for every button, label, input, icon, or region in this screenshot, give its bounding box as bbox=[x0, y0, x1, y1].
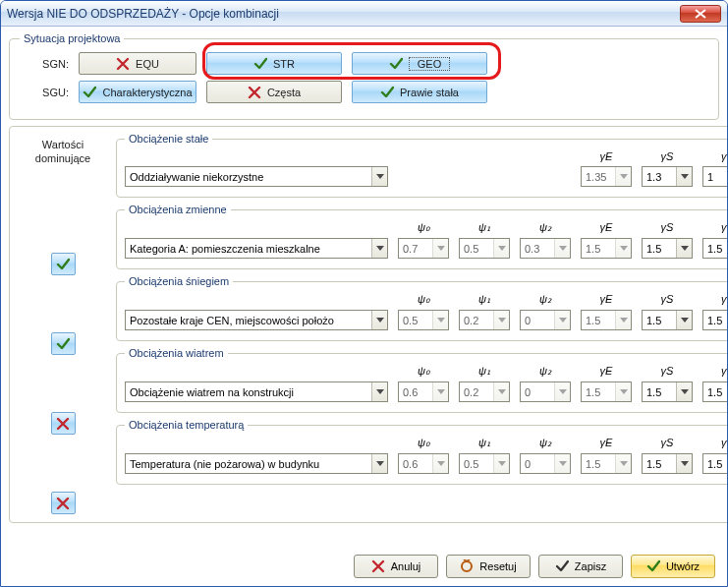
design-situation-legend: Sytuacja projektowa bbox=[20, 32, 124, 44]
sgn-str-button[interactable]: STR bbox=[206, 52, 342, 75]
chevron-down-icon bbox=[493, 382, 509, 401]
wiatr-psi0[interactable]: 0.6 bbox=[398, 382, 449, 402]
dominant-toggle-wiatr[interactable] bbox=[51, 412, 76, 435]
check-icon bbox=[380, 86, 394, 99]
sgu-czesta-button[interactable]: Częsta bbox=[206, 81, 342, 103]
header-psi1: ψ₁ bbox=[459, 365, 510, 378]
chevron-down-icon bbox=[676, 382, 692, 401]
dominant-toggle-temp[interactable] bbox=[51, 492, 76, 514]
snieg-psi2[interactable]: 0 bbox=[520, 310, 571, 330]
check-icon bbox=[83, 86, 96, 99]
sgn-geo-button[interactable]: GEO bbox=[352, 52, 487, 75]
temp-gG[interactable]: 1.5 bbox=[702, 453, 728, 474]
header-psi1: ψ₁ bbox=[459, 221, 510, 234]
wiatr-gE[interactable]: 1.5 bbox=[581, 382, 632, 402]
zmienne-gS[interactable]: 1.5 bbox=[642, 238, 693, 259]
reset-label: Resetuj bbox=[479, 560, 516, 572]
save-button[interactable]: Zapisz bbox=[538, 555, 623, 578]
snieg-combo-value: Pozostałe kraje CEN, miejscowości położo bbox=[130, 315, 334, 326]
wiatr-combo-value: Obciążenie wiatrem na konstrukcji bbox=[130, 386, 294, 398]
temp-psi0[interactable]: 0.6 bbox=[398, 453, 449, 474]
header-psi1: ψ₁ bbox=[459, 293, 510, 306]
wiatr-gS[interactable]: 1.5 bbox=[642, 382, 693, 402]
snieg-gS[interactable]: 1.5 bbox=[642, 310, 693, 330]
dominant-label-1: Wartości bbox=[42, 139, 84, 150]
chevron-down-icon bbox=[615, 454, 631, 473]
zmienne-psi1[interactable]: 0.5 bbox=[459, 238, 510, 259]
chevron-down-icon bbox=[371, 311, 387, 329]
chevron-down-icon bbox=[371, 382, 387, 401]
temp-gS[interactable]: 1.5 bbox=[642, 453, 693, 474]
header-gG: γG bbox=[702, 437, 728, 449]
dominant-toggle-snieg[interactable] bbox=[51, 332, 76, 355]
header-gE: γE bbox=[581, 293, 632, 306]
sgu-char-label: Charakterystyczna bbox=[102, 87, 192, 98]
dialog-window: Wersja NIE DO ODSPRZEDAŻY - Opcje kombin… bbox=[0, 0, 728, 587]
zmienne-gE[interactable]: 1.5 bbox=[581, 238, 632, 259]
snieg-psi1[interactable]: 0.2 bbox=[459, 310, 510, 330]
header-gG: γG bbox=[702, 221, 728, 234]
chevron-down-icon bbox=[615, 239, 631, 258]
snieg-gE[interactable]: 1.5 bbox=[581, 310, 632, 330]
header-psi1: ψ₁ bbox=[459, 437, 510, 449]
header-gS: γS bbox=[642, 365, 693, 378]
sgu-prawie-button[interactable]: Prawie stała bbox=[352, 81, 487, 103]
cross-icon bbox=[116, 57, 130, 71]
create-button[interactable]: Utwórz bbox=[631, 555, 715, 578]
check-icon bbox=[646, 559, 660, 573]
header-psi0: ψ₀ bbox=[398, 293, 449, 306]
chevron-down-icon bbox=[493, 311, 509, 329]
stale-gE[interactable]: 1.35 bbox=[581, 166, 632, 187]
stale-gS[interactable]: 1.3 bbox=[642, 166, 693, 187]
header-gE: γE bbox=[581, 437, 632, 449]
temp-psi1[interactable]: 0.5 bbox=[459, 453, 510, 474]
header-gG: γG bbox=[702, 365, 728, 378]
zmienne-psi0[interactable]: 0.7 bbox=[398, 238, 449, 259]
group-zmienne-legend: Obciążenia zmienne bbox=[125, 204, 231, 215]
sgn-geo-label: GEO bbox=[409, 57, 450, 71]
sgn-str-label: STR bbox=[273, 58, 295, 70]
header-psi2: ψ₂ bbox=[520, 221, 571, 234]
stale-combo[interactable]: Oddziaływanie niekorzystne bbox=[125, 166, 388, 187]
snieg-psi0[interactable]: 0.5 bbox=[398, 310, 449, 330]
wiatr-combo[interactable]: Obciążenie wiatrem na konstrukcji bbox=[125, 382, 388, 402]
wiatr-psi2[interactable]: 0 bbox=[520, 382, 571, 402]
chevron-down-icon bbox=[615, 311, 631, 329]
chevron-down-icon bbox=[676, 239, 692, 258]
zmienne-combo-value: Kategoria A: pomieszczenia mieszkalne bbox=[130, 243, 320, 255]
reset-button[interactable]: Resetuj bbox=[446, 555, 531, 578]
cancel-button[interactable]: Anuluj bbox=[354, 555, 438, 578]
wiatr-gG[interactable]: 1.5 bbox=[702, 382, 728, 402]
sgu-label: SGU: bbox=[20, 87, 69, 98]
temp-gE[interactable]: 1.5 bbox=[581, 453, 632, 474]
zmienne-psi2[interactable]: 0.3 bbox=[520, 238, 571, 259]
cancel-label: Anuluj bbox=[391, 560, 421, 572]
header-psi2: ψ₂ bbox=[520, 437, 571, 449]
dominant-toggle-zmienne[interactable] bbox=[51, 253, 76, 275]
header-psi0: ψ₀ bbox=[398, 437, 449, 449]
snieg-gG[interactable]: 1.5 bbox=[702, 310, 728, 330]
zmienne-gG[interactable]: 1.5 bbox=[702, 238, 728, 259]
close-button[interactable] bbox=[680, 5, 721, 23]
close-icon bbox=[695, 9, 706, 19]
header-gS: γS bbox=[642, 150, 693, 162]
loads-group: Wartości dominujące Obciążenie stałe γE bbox=[9, 126, 728, 523]
chevron-down-icon bbox=[371, 454, 387, 473]
header-psi2: ψ₂ bbox=[520, 365, 571, 378]
sgu-czesta-label: Częsta bbox=[267, 87, 301, 98]
group-stale-legend: Obciążenie stałe bbox=[125, 133, 212, 145]
sgn-equ-button[interactable]: EQU bbox=[79, 52, 196, 75]
header-psi2: ψ₂ bbox=[520, 293, 571, 306]
sgu-char-button[interactable]: Charakterystyczna bbox=[79, 81, 196, 103]
stale-gG[interactable]: 1 bbox=[702, 166, 728, 187]
check-icon bbox=[56, 258, 70, 271]
snieg-combo[interactable]: Pozostałe kraje CEN, miejscowości położo bbox=[125, 310, 388, 330]
group-snieg: Obciążenia śniegiem ψ₀ ψ₁ ψ₂ γE γS γG Po… bbox=[116, 275, 728, 341]
temp-combo[interactable]: Temperatura (nie pożarowa) w budynku bbox=[125, 453, 388, 474]
wiatr-psi1[interactable]: 0.2 bbox=[459, 382, 510, 402]
zmienne-combo[interactable]: Kategoria A: pomieszczenia mieszkalne bbox=[125, 238, 388, 259]
chevron-down-icon bbox=[554, 382, 570, 401]
temp-psi2[interactable]: 0 bbox=[520, 453, 571, 474]
group-snieg-legend: Obciążenia śniegiem bbox=[125, 275, 233, 287]
check-icon bbox=[555, 559, 569, 573]
